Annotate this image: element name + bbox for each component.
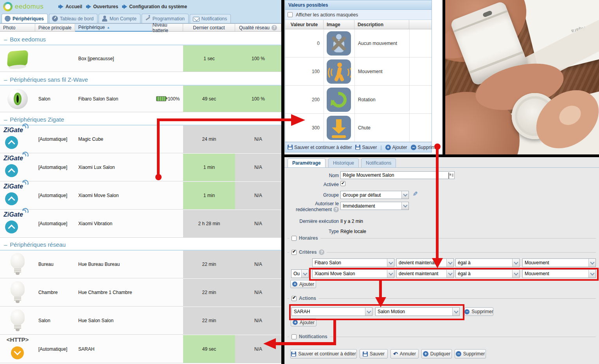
table-row-xiaomi-lux[interactable]: ZiGate [Automatique] Xiaomi Lux Salon 1 … <box>0 154 281 181</box>
no-motion-icon <box>327 31 351 56</box>
table-row-fibaro[interactable]: Salon Fibaro Salon Salon 100% 49 sec 100… <box>0 86 281 112</box>
row-room: Salon <box>35 86 78 112</box>
chevron-down-icon <box>11 346 24 359</box>
column-header-device[interactable]: Périphérique▲ <box>75 23 153 32</box>
column-header-raw-value[interactable]: Valeur brute <box>285 20 324 29</box>
table-row-magic-cube[interactable]: ZiGate [Automatique] Magic Cube 24 min N… <box>0 126 281 153</box>
table-row-box[interactable]: Box [jpencausse] 1 sec 100 % <box>0 45 281 72</box>
column-header-battery[interactable]: Niveau batterie <box>153 23 183 32</box>
tab-label: Périphériques <box>13 16 44 22</box>
help-icon[interactable]: ? <box>333 207 339 212</box>
annotation-line <box>157 120 160 177</box>
value-row-0[interactable]: 0 Aucun mouvement <box>285 29 432 57</box>
help-icon[interactable]: ? <box>319 249 324 255</box>
criteres-checkbox[interactable]: ✔ <box>291 250 297 255</box>
zigate-logo-icon: ZiGate <box>4 211 32 236</box>
column-header-room[interactable]: Pièce principale <box>35 23 75 32</box>
actions-checkbox[interactable]: ✔ <box>291 296 297 301</box>
screenshot-root: eedomus Accueil Ouvertures Configuration… <box>0 0 599 364</box>
last-contact-cell: 49 sec <box>183 335 235 363</box>
column-header-photo[interactable]: Photo <box>0 23 35 32</box>
row-room: Salon <box>35 307 78 334</box>
save-continue-button[interactable]: Sauver et continuer à éditer <box>288 145 352 150</box>
help-icon[interactable]: ? <box>272 25 277 30</box>
last-contact-cell: 22 min <box>183 279 235 306</box>
tab-parametrage[interactable]: Paramétrage <box>288 158 326 167</box>
delete-button[interactable]: −Supprimer <box>455 349 486 359</box>
tab-tableau-de-bord[interactable]: Tableau de bord <box>49 14 97 23</box>
column-header-image[interactable]: Image <box>324 20 354 29</box>
enabled-checkbox[interactable]: ✔ <box>340 181 345 186</box>
criteria-device-select-1[interactable]: Fibaro Salon <box>312 258 394 267</box>
cancel-button[interactable]: ↶Annuler <box>390 349 419 359</box>
column-header-description[interactable]: Description <box>354 20 409 29</box>
table-row-xiaomi-move[interactable]: ZiGate [Automatique] Xiaomi Move Salon 1… <box>0 182 281 210</box>
table-row-xiaomi-vibration[interactable]: ZiGate [Automatique] Xiaomi Vibration 2 … <box>0 210 281 238</box>
add-value-button[interactable]: +Ajouter <box>385 145 407 150</box>
value-row-300[interactable]: 300 Chute <box>285 114 432 142</box>
annotation-line <box>379 280 382 298</box>
annotation-line <box>275 342 336 345</box>
tab-programmation[interactable]: Programmation <box>142 14 189 23</box>
eedomus-logo-icon <box>3 2 13 11</box>
breadcrumb-ouvertures[interactable]: Ouvertures <box>88 4 118 9</box>
row-room <box>35 45 78 72</box>
network-quality-cell: 100 % <box>235 86 281 112</box>
contact-card-icon[interactable] <box>448 172 449 179</box>
tab-peripheriques[interactable]: Périphériques <box>2 14 48 23</box>
tab-notifications[interactable]: Notifications <box>361 158 396 167</box>
add-criteria-button[interactable]: +Ajouter <box>290 280 316 288</box>
section-title: Périphériques réseau <box>10 241 66 248</box>
retrigger-label-line1: Autoriser le <box>284 201 339 206</box>
group-label: Groupe <box>284 192 339 198</box>
duplicate-button[interactable]: +Dupliquer <box>421 349 452 359</box>
column-header-contact[interactable]: Dernier contact <box>183 23 235 32</box>
remove-action-button[interactable]: −Supprimer <box>464 307 493 316</box>
section-header-zwave[interactable]: – Périphériques sans fil Z-Wave <box>0 74 281 86</box>
save-button[interactable]: Sauver <box>360 349 388 359</box>
last-contact-cell: 1 sec <box>183 45 235 72</box>
zigate-logo-icon: ZiGate <box>4 127 32 152</box>
table-row-hue-salon[interactable]: Salon Hue Salon Salon 22 min N/A <box>0 307 281 335</box>
breadcrumb-configuration[interactable]: Configuration du système <box>124 4 187 9</box>
tab-historique[interactable]: Historique <box>328 158 359 167</box>
tab-divider <box>284 167 599 168</box>
edit-pencil-icon[interactable]: ✎ <box>411 191 419 196</box>
chevron-down-icon <box>401 191 408 199</box>
breadcrumb-accueil[interactable]: Accueil <box>60 4 82 9</box>
tab-label: Tableau de bord <box>60 16 94 22</box>
criteria-value-select-1[interactable]: Mouvement <box>522 258 596 267</box>
annotation-arrow-down <box>432 258 443 268</box>
tab-mon-compte[interactable]: Mon Compte <box>99 14 140 23</box>
sort-asc-icon: ▲ <box>107 26 110 29</box>
row-device-name: Xiaomi Vibration <box>75 210 156 237</box>
chevron-up-icon <box>5 164 18 177</box>
tab-notifications[interactable]: Notifications <box>190 14 231 23</box>
section-title: Box eedomus <box>10 36 46 43</box>
value-row-100[interactable]: 100 Mouvement <box>285 57 432 86</box>
value-row-200[interactable]: 200 Rotation <box>285 86 432 114</box>
arrow-right-icon <box>60 4 63 9</box>
save-continue-button[interactable]: Sauver et continuer à éditer <box>290 349 357 359</box>
save-button[interactable]: Sauver <box>355 145 377 150</box>
table-row-sarah[interactable]: <HTTP> [Automatique] SARAH 49 sec N/A <box>0 335 281 363</box>
horaires-checkbox[interactable] <box>291 236 297 241</box>
criteria-operator-select-1[interactable]: égal à <box>455 258 520 267</box>
show-hidden-actions-checkbox[interactable] <box>288 12 293 17</box>
row-device-name: Box [jpencausse] <box>75 45 156 72</box>
section-header-reseau[interactable]: – Périphériques réseau <box>0 239 281 251</box>
group-select[interactable]: Groupe par défaut <box>340 191 409 199</box>
collapse-icon: – <box>4 241 7 248</box>
panel-divider-horizontal <box>281 154 599 157</box>
section-header-box-eedomus[interactable]: – Box eedomus <box>0 34 281 45</box>
table-row-hue-chambre[interactable]: Chambre Hue Chambre 1 Chambre 22 min N/A <box>0 279 281 307</box>
fieldset-line <box>288 298 596 299</box>
tab-label: Notifications <box>201 16 227 22</box>
retrigger-select[interactable]: Immédiatement <box>340 202 409 210</box>
annotation-line <box>333 319 336 344</box>
table-row-hue-bureau[interactable]: Bureau Hue Bureau Bureau 22 min N/A <box>0 251 281 278</box>
criteria-condition-select-1[interactable]: devient maintenant <box>396 258 454 267</box>
notifications-checkbox[interactable] <box>291 334 297 339</box>
column-header-quality[interactable]: Qualité réseau? <box>235 23 281 32</box>
criteria-or-select[interactable]: Ou <box>291 269 309 278</box>
